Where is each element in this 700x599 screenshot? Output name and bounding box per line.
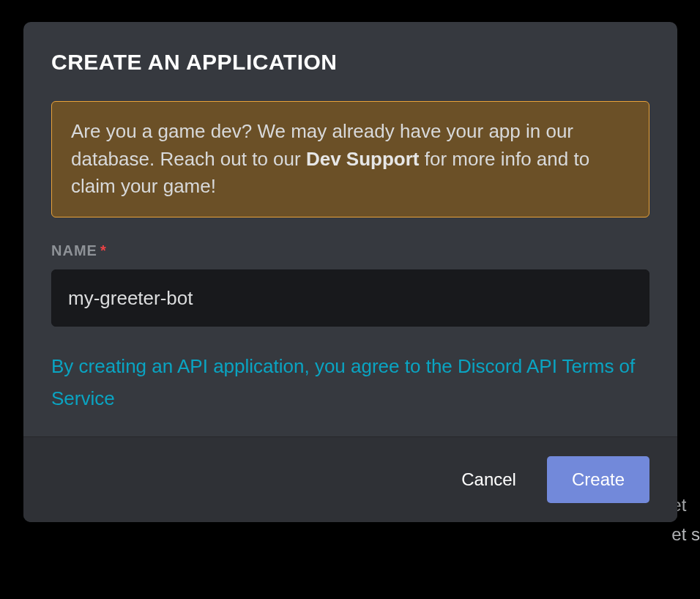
notice-dev-support-link[interactable]: Dev Support [306, 148, 420, 170]
name-label-text: NAME [51, 242, 97, 258]
bg-text-line: et s [671, 520, 700, 549]
modal-footer: Cancel Create [23, 436, 677, 522]
cancel-button[interactable]: Cancel [457, 461, 521, 499]
required-indicator: * [100, 242, 107, 258]
application-name-input[interactable] [51, 269, 649, 327]
modal-body: CREATE AN APPLICATION Are you a game dev… [23, 22, 677, 436]
name-field-group: NAME* [51, 242, 649, 327]
name-field-label: NAME* [51, 242, 649, 259]
create-button[interactable]: Create [547, 456, 649, 503]
modal-backdrop: et et s CREATE AN APPLICATION Are you a … [0, 0, 700, 599]
create-application-modal: CREATE AN APPLICATION Are you a game dev… [23, 22, 677, 522]
modal-title: CREATE AN APPLICATION [51, 50, 649, 75]
game-dev-notice: Are you a game dev? We may already have … [51, 101, 649, 217]
tos-agreement-link[interactable]: By creating an API application, you agre… [51, 350, 649, 414]
